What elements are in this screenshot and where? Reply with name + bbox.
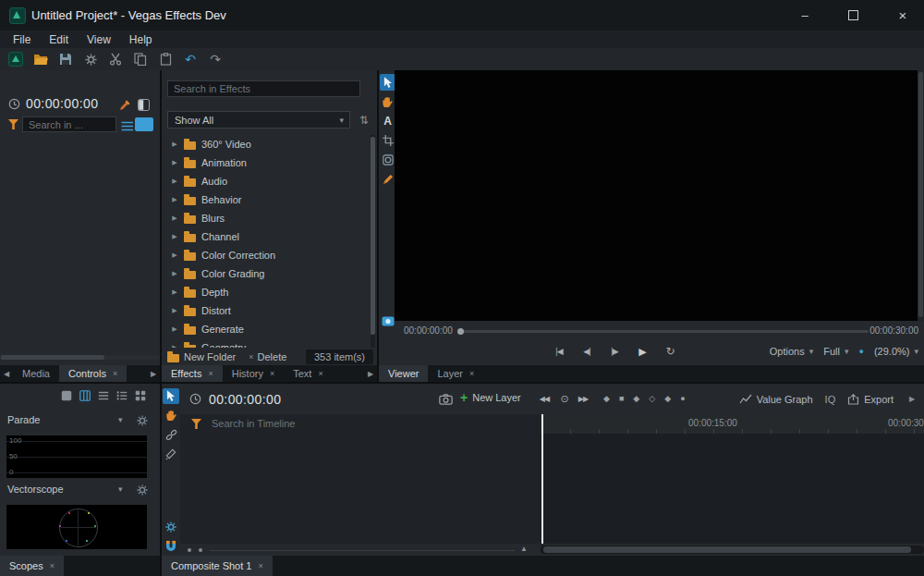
snapping-toggle-button[interactable] xyxy=(162,537,180,554)
effects-folder-row[interactable]: ▶Behavior xyxy=(162,190,369,209)
open-project-button[interactable] xyxy=(31,50,50,68)
select-tool-button[interactable] xyxy=(162,387,180,404)
close-tab-icon[interactable]: × xyxy=(469,369,474,378)
top-scope-settings-button[interactable] xyxy=(133,411,152,430)
expander-icon[interactable]: ▶ xyxy=(171,141,178,148)
slice-tool-button[interactable] xyxy=(162,446,180,462)
controls-hscrollbar[interactable] xyxy=(0,355,160,360)
select-tool-button[interactable] xyxy=(380,74,395,91)
timeline-ruler[interactable]: 00:00:15:00 00:00:30:00 xyxy=(541,414,924,434)
timeline-hscrollbar[interactable] xyxy=(541,545,924,554)
viewer-canvas[interactable] xyxy=(395,70,918,321)
hand-tool-button[interactable] xyxy=(380,93,395,110)
viewer-vscrollbar[interactable] xyxy=(918,70,924,321)
keyframe-smooth-icon[interactable]: ◆ xyxy=(633,394,639,403)
minimize-button[interactable]: – xyxy=(787,0,822,31)
export-button[interactable]: Export xyxy=(847,394,894,405)
previous-keyframe-button[interactable]: ◀◀ xyxy=(536,390,553,407)
grid-view-button[interactable] xyxy=(133,388,148,403)
rows-view-button[interactable] xyxy=(96,388,111,403)
new-project-button[interactable] xyxy=(6,50,25,68)
expander-icon[interactable]: ▶ xyxy=(171,344,178,348)
effects-folder-row[interactable]: ▶Generate xyxy=(162,320,369,338)
keyframe-circle-icon[interactable]: ● xyxy=(680,394,685,403)
header-overflow-chevron[interactable]: ▶ xyxy=(906,395,918,403)
timeline-search-input[interactable] xyxy=(206,416,409,431)
redo-button[interactable]: ↷ xyxy=(206,50,225,68)
quality-indicator-icon[interactable]: ● xyxy=(859,347,864,356)
play-button[interactable]: ▶ xyxy=(634,343,650,360)
close-tab-icon[interactable]: × xyxy=(318,369,322,378)
copy-button[interactable] xyxy=(131,50,150,68)
cut-button[interactable] xyxy=(106,50,125,68)
next-keyframe-button[interactable]: ▶▶ xyxy=(575,390,591,407)
layout-list-button[interactable] xyxy=(117,116,136,135)
camera-button[interactable] xyxy=(436,390,455,409)
effects-folder-row[interactable]: ▶Animation xyxy=(162,153,369,172)
viewer-seek-track[interactable] xyxy=(460,330,869,333)
tab-composite-shot[interactable]: Composite Shot 1× xyxy=(162,556,273,576)
list-view-button[interactable] xyxy=(115,388,129,403)
effects-folder-row[interactable]: ▶Depth xyxy=(162,283,369,301)
tab-controls[interactable]: Controls× xyxy=(59,365,127,382)
expander-icon[interactable]: ▶ xyxy=(171,159,178,166)
menu-help[interactable]: Help xyxy=(120,31,162,48)
controls-search-input[interactable] xyxy=(22,116,116,132)
mask-tool-button[interactable] xyxy=(380,152,395,168)
timeline-layer-list[interactable] xyxy=(180,434,541,544)
save-project-button[interactable] xyxy=(56,50,75,68)
close-tab-icon[interactable]: × xyxy=(258,561,262,570)
effects-folder-row[interactable]: ▶360° Video xyxy=(162,135,369,153)
tab-scopes[interactable]: Scopes× xyxy=(0,556,64,576)
chevron-down-icon[interactable]: ▾ xyxy=(118,415,123,424)
expander-icon[interactable]: ▶ xyxy=(171,233,178,240)
scrollbar-handle[interactable] xyxy=(371,137,375,335)
scrollbar-handle[interactable] xyxy=(1,355,104,360)
scale-dropdown[interactable]: Full▾ xyxy=(823,346,848,357)
effects-folder-row[interactable]: ▶Audio xyxy=(162,172,369,190)
delete-button[interactable]: Delete xyxy=(258,351,287,362)
menu-view[interactable]: View xyxy=(78,31,120,48)
zoom-fit-icon[interactable]: ▲ xyxy=(520,545,528,553)
effects-search-input[interactable] xyxy=(167,80,360,97)
close-tab-icon[interactable]: × xyxy=(270,369,274,378)
top-scope-selector[interactable]: Parade xyxy=(7,414,40,425)
tab-text[interactable]: Text× xyxy=(284,365,332,382)
paste-button[interactable] xyxy=(156,50,175,68)
scrollbar-handle[interactable] xyxy=(918,72,923,317)
tab-effects[interactable]: Effects× xyxy=(162,365,223,382)
tab-history[interactable]: History× xyxy=(223,365,285,382)
effects-vscrollbar[interactable] xyxy=(371,135,375,348)
bottom-scope-settings-button[interactable] xyxy=(133,481,152,499)
playhead[interactable] xyxy=(541,414,543,544)
effects-folder-row[interactable]: ▶Distort xyxy=(162,301,369,320)
tab-media[interactable]: Media xyxy=(13,365,59,382)
single-view-button[interactable] xyxy=(59,388,74,403)
previous-frame-button[interactable]: ◀| xyxy=(578,343,595,360)
tab-viewer[interactable]: Viewer xyxy=(379,365,428,382)
menu-file[interactable]: File xyxy=(4,31,40,48)
close-tab-icon[interactable]: × xyxy=(50,561,55,570)
keyframe-auto-icon[interactable]: ◆ xyxy=(664,394,671,403)
expander-icon[interactable]: ▶ xyxy=(171,214,178,222)
pen-tool-button[interactable] xyxy=(380,171,395,188)
loop-playback-button[interactable]: ↻ xyxy=(662,343,678,360)
effects-filter-dropdown[interactable]: Show All ▾ xyxy=(167,111,350,129)
timeline-settings-button[interactable] xyxy=(162,519,180,535)
split-view-button[interactable] xyxy=(134,95,152,114)
close-tab-icon[interactable]: × xyxy=(208,369,213,378)
tab-layer[interactable]: Layer× xyxy=(428,365,483,382)
transform-tool-button[interactable] xyxy=(380,132,395,149)
value-graph-button[interactable]: Value Graph xyxy=(739,394,813,405)
timeline-track-area[interactable] xyxy=(541,434,924,544)
effects-folder-row[interactable]: ▶Color Grading xyxy=(162,264,369,283)
expander-icon[interactable]: ▶ xyxy=(171,196,178,203)
next-frame-button[interactable]: |▶ xyxy=(606,343,623,360)
tab-scroll-left[interactable]: ◀ xyxy=(0,365,13,382)
close-tab-icon[interactable]: × xyxy=(113,369,117,378)
zoom-handle-dot2[interactable] xyxy=(199,548,202,552)
zoom-dropdown[interactable]: (29.0%)▾ xyxy=(874,346,918,357)
expander-icon[interactable]: ▶ xyxy=(171,270,178,277)
settings-button[interactable] xyxy=(81,50,100,68)
expander-icon[interactable]: ▶ xyxy=(171,288,178,296)
